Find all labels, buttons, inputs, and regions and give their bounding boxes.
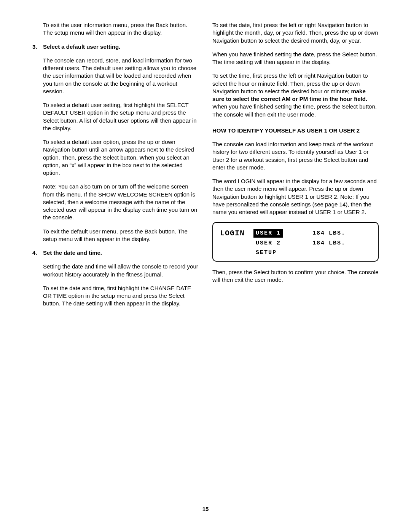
- lcd-row: SETUP: [220, 249, 371, 257]
- body-text: To exit the default user menu, press the…: [32, 228, 199, 243]
- section-heading: HOW TO IDENTIFY YOURSELF AS USER 1 OR US…: [212, 127, 379, 134]
- body-text: To set the date and time, first highligh…: [32, 284, 199, 308]
- step-number: 4.: [32, 249, 37, 257]
- lcd-user2: USER 2: [253, 239, 283, 248]
- page-number: 15: [0, 505, 411, 513]
- body-text: Then, press the Select button to confirm…: [212, 268, 379, 284]
- step-title: Select a default user setting.: [43, 43, 120, 50]
- body-text: To exit the user information menu, press…: [32, 21, 199, 37]
- right-column: To set the date, first press the left or…: [212, 21, 379, 314]
- lcd-user-cell: SETUP: [253, 249, 303, 257]
- lcd-user-cell: USER 1: [253, 229, 303, 238]
- lcd-weight-2: 184: [303, 240, 325, 247]
- lcd-weight-1: 184: [303, 230, 325, 237]
- step-title: Set the date and time.: [43, 249, 102, 256]
- step-number: 3.: [32, 43, 37, 51]
- lcd-user1-selected: USER 1: [253, 229, 283, 238]
- body-text: To set the date, first press the left or…: [212, 21, 379, 45]
- body-text: To select a default user setting, first …: [32, 101, 199, 132]
- text-run: To set the time, first press the left or…: [212, 72, 368, 94]
- body-text: The console can record, store, and load …: [32, 57, 199, 95]
- page: To exit the user information menu, press…: [0, 0, 411, 532]
- lcd-row: USER 2 184 LBS.: [220, 239, 371, 248]
- two-column-layout: To exit the user information menu, press…: [32, 21, 379, 314]
- body-text: The console can load information and kee…: [212, 141, 379, 171]
- lcd-unit-2: LBS.: [329, 240, 346, 247]
- body-text: The word LOGIN will appear in the displa…: [212, 177, 379, 216]
- body-text: To select a default user option, press t…: [32, 138, 199, 177]
- lcd-login-label: LOGIN: [220, 228, 253, 238]
- lcd-spacer: [220, 249, 253, 257]
- text-run: When you have finished setting the time,…: [212, 103, 377, 117]
- lcd-row: LOGIN USER 1 184 LBS.: [220, 228, 371, 238]
- lcd-unit-1: LBS.: [329, 230, 346, 237]
- step-3-heading: 3. Select a default user setting.: [32, 43, 199, 51]
- lcd-display: LOGIN USER 1 184 LBS. USER 2 184 LBS.: [212, 222, 379, 262]
- lcd-setup: SETUP: [253, 249, 279, 257]
- lcd-user-cell: USER 2: [253, 239, 303, 248]
- body-text: Note: You can also turn on or turn off t…: [32, 183, 199, 221]
- left-column: To exit the user information menu, press…: [32, 21, 199, 314]
- body-text: Setting the date and time will allow the…: [32, 263, 199, 278]
- step-4-heading: 4. Set the date and time.: [32, 249, 199, 257]
- body-text: To set the time, first press the left or…: [212, 72, 379, 118]
- body-text: When you have finished setting the date,…: [212, 51, 379, 66]
